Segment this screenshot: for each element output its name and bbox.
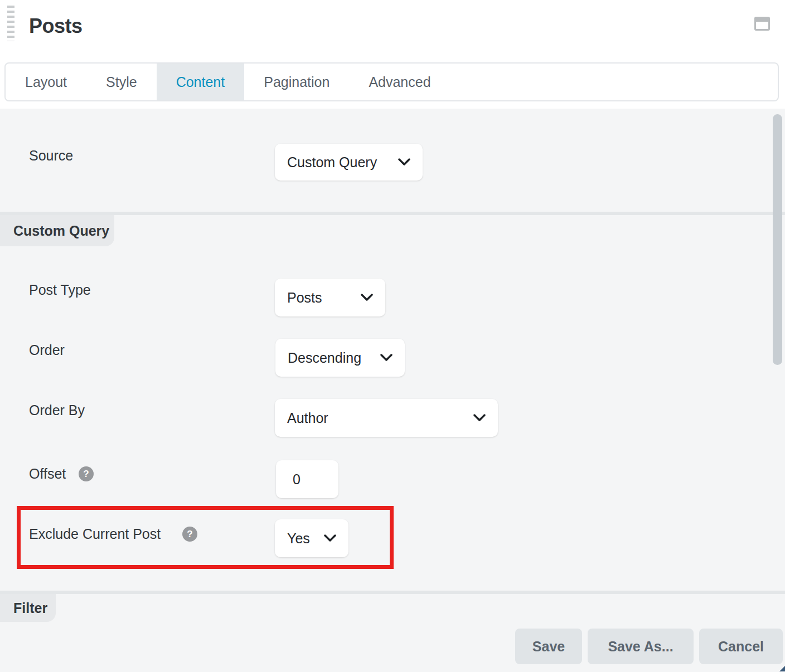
tab-content[interactable]: Content bbox=[157, 64, 245, 100]
offset-input[interactable] bbox=[276, 460, 338, 498]
source-dropdown-value: Custom Query bbox=[287, 154, 377, 171]
save-as-button[interactable]: Save As... bbox=[588, 629, 694, 664]
tab-advanced[interactable]: Advanced bbox=[349, 64, 450, 100]
tab-layout[interactable]: Layout bbox=[6, 64, 86, 100]
vertical-scrollbar-thumb[interactable] bbox=[773, 114, 782, 365]
order-by-dropdown-value: Author bbox=[287, 410, 328, 426]
save-button[interactable]: Save bbox=[515, 629, 582, 664]
exclude-current-post-label: Exclude Current Post bbox=[29, 526, 161, 542]
window-icon[interactable] bbox=[754, 17, 770, 31]
post-type-label: Post Type bbox=[29, 282, 91, 298]
exclude-current-post-dropdown[interactable]: Yes bbox=[275, 519, 348, 557]
chevron-down-icon bbox=[398, 158, 410, 166]
source-label: Source bbox=[29, 148, 73, 164]
chevron-down-icon bbox=[324, 534, 336, 542]
resize-grip-icon[interactable] bbox=[779, 666, 785, 671]
panel-title: Posts bbox=[29, 14, 83, 38]
order-by-label: Order By bbox=[29, 402, 85, 418]
post-type-dropdown[interactable]: Posts bbox=[275, 279, 385, 316]
drag-handle-icon[interactable] bbox=[7, 6, 14, 41]
chevron-down-icon bbox=[380, 354, 392, 362]
help-icon[interactable]: ? bbox=[79, 466, 94, 481]
post-type-dropdown-value: Posts bbox=[287, 290, 322, 306]
settings-content-area bbox=[0, 109, 785, 672]
order-label: Order bbox=[29, 342, 65, 358]
order-dropdown[interactable]: Descending bbox=[275, 339, 405, 377]
section-divider bbox=[0, 591, 785, 594]
filter-section-header: Filter bbox=[0, 594, 56, 622]
order-dropdown-value: Descending bbox=[288, 350, 361, 366]
settings-tabbar: Layout Style Content Pagination Advanced bbox=[4, 62, 779, 101]
chevron-down-icon bbox=[361, 294, 373, 301]
source-dropdown[interactable]: Custom Query bbox=[275, 144, 423, 181]
chevron-down-icon bbox=[473, 414, 486, 422]
order-by-dropdown[interactable]: Author bbox=[275, 399, 498, 437]
tab-style[interactable]: Style bbox=[86, 64, 157, 100]
section-divider bbox=[0, 212, 785, 215]
offset-label: Offset bbox=[29, 466, 66, 482]
help-icon[interactable]: ? bbox=[182, 527, 197, 542]
custom-query-section-header: Custom Query bbox=[0, 215, 114, 246]
cancel-button[interactable]: Cancel bbox=[699, 629, 783, 664]
posts-settings-panel: Posts Layout Style Content Pagination Ad… bbox=[0, 0, 785, 672]
exclude-current-post-dropdown-value: Yes bbox=[287, 530, 310, 547]
tab-pagination[interactable]: Pagination bbox=[244, 64, 349, 100]
